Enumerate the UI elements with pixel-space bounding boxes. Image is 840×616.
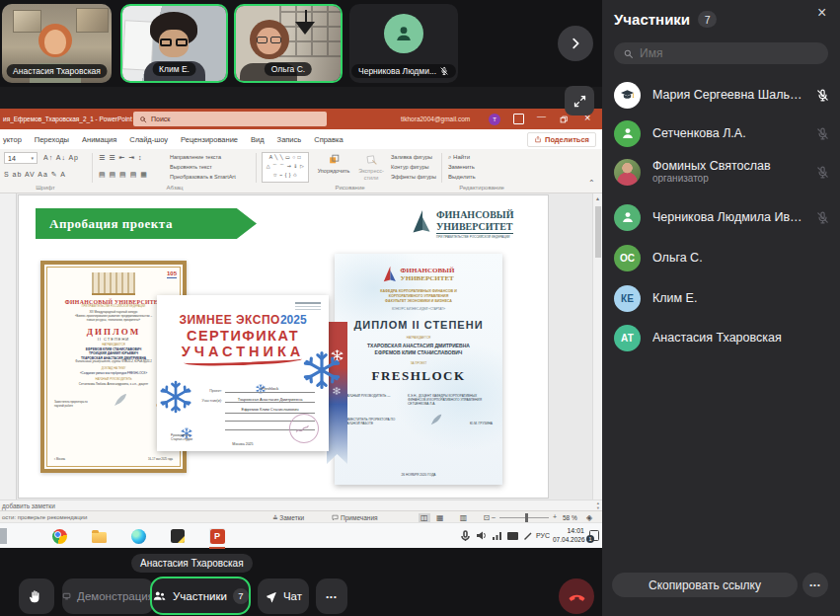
- expand-share-button[interactable]: [565, 86, 594, 116]
- menu-tab-record[interactable]: Запись: [277, 135, 302, 144]
- shape-fill-button[interactable]: Заливка фигуры: [391, 152, 436, 162]
- raise-hand-button[interactable]: [19, 578, 54, 614]
- chat-button[interactable]: Чат: [258, 578, 309, 614]
- ppt-notes-bar[interactable]: добавить заметки ▴ ▾: [0, 500, 602, 510]
- view-normal-button[interactable]: ◫: [419, 513, 430, 522]
- zoom-slider[interactable]: [499, 517, 549, 518]
- participant-row[interactable]: Фоминых Святослав организатор: [614, 152, 830, 192]
- mic-off-icon: [439, 66, 449, 76]
- copy-link-label: Скопировать ссылку: [649, 578, 761, 592]
- font-style-buttons[interactable]: S ab AV Aa ✎ A: [4, 171, 66, 179]
- participant-row[interactable]: КЕ Клим Е.: [614, 278, 830, 318]
- cert-name: ТХАРОВСКАЯ АНАСТАСИЯ ДМИТРИЕВНА: [367, 343, 470, 349]
- menu-tab-transitions[interactable]: Переходы: [35, 135, 69, 144]
- share-button[interactable]: Поделиться: [527, 132, 596, 147]
- group-label-paragraph: Абзац: [95, 185, 255, 191]
- taskbar-cut-icon[interactable]: [0, 528, 7, 544]
- tray-pen-icon[interactable]: [523, 530, 533, 540]
- participant-row[interactable]: Черникова Людмила Иванов...: [614, 197, 830, 237]
- glasses-left: [160, 38, 172, 46]
- participant-row[interactable]: Мария Сергеевна Шальнева: [614, 75, 830, 115]
- collapse-ribbon-button[interactable]: ⌃: [588, 179, 595, 188]
- align-text-button[interactable]: Выровнять текст: [170, 162, 236, 172]
- fit-slide-button[interactable]: ◈: [586, 513, 592, 522]
- menu-tab-help[interactable]: Справка: [314, 135, 343, 144]
- notification-center-icon[interactable]: 1: [589, 530, 599, 541]
- close-panel-button[interactable]: ×: [817, 4, 826, 22]
- find-button[interactable]: ⌕ Найти: [448, 152, 476, 162]
- menu-tab-view[interactable]: Вид: [251, 135, 265, 144]
- tray-speaker-icon[interactable]: [476, 530, 487, 541]
- more-options-button[interactable]: •••: [316, 578, 347, 614]
- tray-display-icon[interactable]: [507, 532, 518, 540]
- video-tile-anastasia[interactable]: Анастасия Тхаровская: [2, 4, 112, 83]
- taskbar-explorer-icon[interactable]: [91, 528, 107, 544]
- participant-row[interactable]: АТ Анастасия Тхаровская: [614, 318, 830, 357]
- replace-button[interactable]: Заменить: [448, 162, 476, 172]
- tray-mic-icon[interactable]: [460, 530, 471, 541]
- view-buttons[interactable]: ▦ ▥ ⊡: [436, 513, 496, 522]
- slide-title-banner: Апробация проекта: [36, 208, 257, 239]
- font-grow-shrink-buttons[interactable]: A↑ A↓ Ap: [43, 154, 79, 161]
- account-avatar[interactable]: Т: [489, 114, 500, 125]
- tray-clock[interactable]: 14:01 07.04.2026: [553, 527, 584, 544]
- notes-toggle-button[interactable]: ≙ Заметки: [272, 514, 304, 522]
- search-box[interactable]: [614, 42, 828, 64]
- expo-footer-left: Руководитель Стартап-студии: [171, 433, 192, 441]
- vertical-scrollbar[interactable]: ▴: [592, 193, 602, 500]
- copy-link-button[interactable]: Скопировать ссылку: [612, 573, 798, 597]
- slide[interactable]: Апробация проекта ФИНАНСОВЫЙ УНИВЕРСИТЕТ…: [18, 194, 549, 499]
- panel-header: Участники 7: [614, 11, 717, 28]
- arrange-button[interactable]: Упорядочить: [316, 153, 351, 174]
- shapes-gallery[interactable]: A ╲ ╲ ▭ ○ □ △ ⌒ ⌒ ⇒ ⇓ ▷ ☆ ~ { } ✩: [262, 152, 309, 183]
- ribbon-separator: [441, 153, 442, 183]
- screen-share-button[interactable]: Демонстрация: [62, 578, 154, 614]
- quick-styles-button[interactable]: Экспресс-стили: [355, 153, 387, 181]
- scroll-up-icon[interactable]: ▴: [593, 193, 602, 203]
- zoom-out-button[interactable]: –: [492, 513, 496, 520]
- participants-panel: × Участники 7 Мария Сергеевна Шальнева С…: [602, 0, 840, 616]
- restore-button[interactable]: [559, 115, 569, 124]
- university-logo: ФИНАНСОВЫЙ УНИВЕРСИТЕТ ПРИ ПРАВИТЕЛЬСТВЕ…: [412, 209, 513, 239]
- minimize-button[interactable]: —: [537, 112, 546, 121]
- ppt-account-email[interactable]: tikhora2004@gmail.com: [401, 116, 470, 122]
- participants-button[interactable]: Участники 7: [150, 577, 251, 615]
- menu-tab-review[interactable]: Рецензирование: [181, 135, 238, 144]
- zoom-slider-thumb[interactable]: [525, 513, 528, 522]
- taskbar-powerpoint-icon[interactable]: P: [209, 528, 225, 544]
- paragraph-align-buttons[interactable]: ▤ ▤ ▤ ▤ ▦: [99, 171, 148, 179]
- shape-effects-button[interactable]: Эффекты фигуры: [391, 172, 436, 182]
- smartart-convert-button[interactable]: Преобразовать в SmartArt: [170, 172, 236, 182]
- next-tiles-button[interactable]: [558, 26, 593, 61]
- participant-row[interactable]: ОС Ольга С.: [614, 238, 830, 277]
- paragraph-list-buttons[interactable]: ☰ ☰ ⇤ ⇥ ↕: [99, 154, 143, 162]
- comments-toggle-button[interactable]: Примечания: [332, 514, 378, 521]
- panel-more-button[interactable]: •••: [802, 573, 828, 597]
- zoom-level[interactable]: 58 %: [563, 514, 577, 521]
- taskbar-dark-app-icon[interactable]: [170, 528, 186, 544]
- taskbar-edge-icon[interactable]: [130, 528, 146, 544]
- tray-language[interactable]: РУС: [536, 532, 550, 539]
- video-tile-olga[interactable]: Ольга С.: [234, 4, 343, 83]
- video-tile-chernikova[interactable]: Черникова Людми...: [349, 4, 458, 83]
- menu-tab-slideshow[interactable]: Слайд-шоу: [129, 135, 168, 144]
- menu-tab-animations[interactable]: Анимация: [82, 135, 116, 144]
- hang-up-button[interactable]: [559, 578, 594, 614]
- zoom-in-button[interactable]: +: [553, 513, 557, 520]
- menu-tab-design[interactable]: уктор: [3, 135, 22, 144]
- tray-network-icon[interactable]: [492, 530, 502, 541]
- participant-row[interactable]: Сетченкова Л.А.: [614, 114, 830, 153]
- scrollbar-thumb[interactable]: [595, 206, 601, 258]
- select-button[interactable]: Выделить: [448, 172, 476, 182]
- video-tile-klim[interactable]: Клим Е.: [120, 4, 228, 83]
- text-direction-button[interactable]: Направление текста: [170, 152, 236, 162]
- thumbnails-pane[interactable]: [0, 193, 17, 500]
- taskbar-chrome-icon[interactable]: [51, 528, 67, 544]
- ppt-search-box[interactable]: Поиск: [133, 112, 327, 126]
- ribbon-display-options-icon[interactable]: [513, 114, 524, 124]
- search-input[interactable]: [640, 46, 819, 60]
- font-size-box[interactable]: 14 ▾: [4, 152, 38, 164]
- shape-outline-button[interactable]: Контур фигуры: [391, 162, 436, 172]
- mic-off-icon: [815, 88, 830, 103]
- slide-canvas: ▴ Апробация проекта ФИНАНСОВЫЙ УНИВЕРС: [0, 193, 602, 500]
